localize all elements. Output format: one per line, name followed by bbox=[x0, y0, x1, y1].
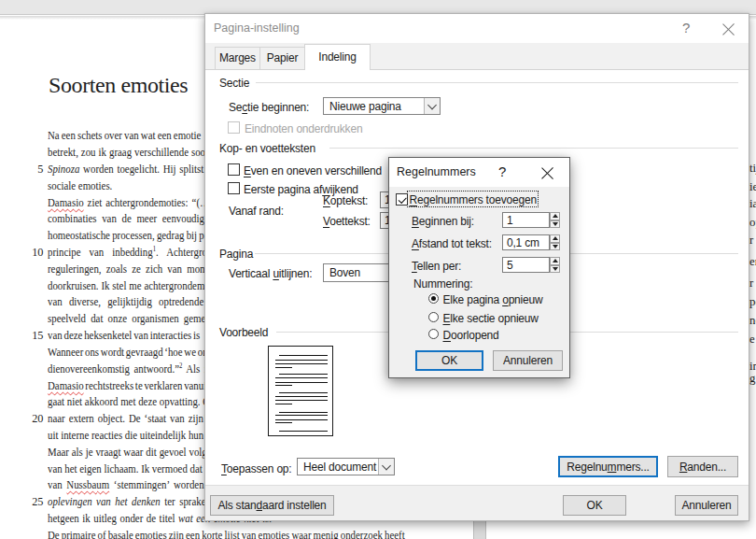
input-value: 1 bbox=[507, 214, 512, 227]
document-text-line: Na een schets over van wat een emotie bbox=[48, 128, 201, 143]
tellen-per-label: Tellen per: bbox=[412, 260, 461, 273]
spin-up-icon[interactable] bbox=[550, 257, 560, 265]
afstand-input[interactable]: 0,1 cm bbox=[502, 234, 550, 250]
preview-text-line bbox=[275, 363, 328, 364]
tellen-per-spinner[interactable] bbox=[550, 257, 560, 273]
regelnummers-toevoegen-label[interactable]: Regelnummers toevoegen bbox=[410, 193, 537, 206]
preview-text-line bbox=[275, 404, 292, 404]
line-number: 5 bbox=[19, 162, 44, 177]
toepassen-op-combobox[interactable]: Heel document bbox=[297, 458, 395, 475]
document-text-line: De primaire of basale emoties zijn een k… bbox=[48, 528, 405, 539]
elke-sectie-radio[interactable] bbox=[428, 312, 439, 322]
page-gap bbox=[473, 518, 486, 539]
preview-text-line bbox=[279, 374, 328, 375]
sectie-beginnen-combobox[interactable]: Nieuwe pagina bbox=[323, 97, 441, 115]
regelnummers-toevoegen-checkbox[interactable] bbox=[396, 193, 408, 206]
elke-pagina-radio[interactable] bbox=[428, 293, 439, 304]
preview-text-line bbox=[275, 360, 328, 361]
even-oneven-checkbox[interactable] bbox=[228, 163, 240, 176]
regelnummers-button[interactable]: Regelnummers... bbox=[558, 456, 658, 477]
tellen-per-input[interactable]: 5 bbox=[502, 257, 550, 273]
help-icon[interactable]: ? bbox=[498, 163, 506, 179]
spin-down-icon[interactable] bbox=[550, 265, 560, 274]
preview-text-line bbox=[279, 392, 328, 393]
preview-text-line bbox=[275, 422, 292, 423]
beginnen-bij-input[interactable]: 1 bbox=[502, 212, 550, 228]
toepassen-op-label: Toepassen op: bbox=[221, 462, 291, 475]
elke-sectie-label[interactable]: Elke sectie opnieuw bbox=[443, 312, 539, 325]
preview-text-line bbox=[275, 400, 328, 401]
document-text-line: homeostatische processen, gedrag bij pij… bbox=[48, 228, 215, 243]
preview-text-line bbox=[275, 415, 328, 416]
preview-page bbox=[268, 346, 333, 436]
help-icon[interactable]: ? bbox=[682, 20, 690, 35]
spin-up-icon[interactable] bbox=[550, 234, 560, 243]
line-number: 20 bbox=[19, 411, 44, 426]
spin-down-icon[interactable] bbox=[550, 220, 560, 229]
als-standaard-button[interactable]: Als standaard instellen bbox=[210, 495, 334, 516]
doorlopend-label[interactable]: Doorlopend bbox=[443, 329, 499, 342]
document-text-line: sociale emoties. bbox=[48, 178, 112, 193]
document-text-line: van het eigen lichaam. Ik vermoed dat de… bbox=[48, 461, 223, 476]
combobox-arrow-button[interactable] bbox=[378, 459, 394, 475]
eerste-pagina-checkbox[interactable] bbox=[228, 182, 240, 194]
eindnoten-checkbox bbox=[228, 121, 240, 134]
voettekst-label: Voettekst: bbox=[323, 215, 371, 228]
document-text-fragment: ne bbox=[749, 313, 756, 328]
group-label-pagina: Pagina bbox=[219, 248, 253, 261]
preview-text-line bbox=[275, 382, 328, 383]
nummering-label: Nummering: bbox=[413, 277, 472, 291]
input-value: 0,1 cm bbox=[507, 236, 539, 249]
group-label-voorbeeld: Voorbeeld bbox=[219, 326, 268, 339]
annuleren-button[interactable]: Annuleren bbox=[493, 350, 563, 371]
tab-marges[interactable]: Marges bbox=[215, 47, 260, 70]
group-line-kopvoet bbox=[329, 148, 738, 149]
annuleren-button[interactable]: Annuleren bbox=[675, 495, 738, 516]
vanaf-rand-label: Vanaf rand: bbox=[229, 205, 284, 218]
combobox-value: Nieuwe pagina bbox=[329, 100, 401, 113]
randen-button[interactable]: Randen... bbox=[667, 456, 738, 477]
spin-down-icon[interactable] bbox=[550, 243, 560, 251]
ok-button[interactable]: OK bbox=[415, 350, 483, 371]
beginnen-bij-spinner[interactable] bbox=[550, 212, 560, 228]
document-text-line: Maar als je vraagt waar dit gevoel volge… bbox=[48, 445, 220, 460]
document-text-line: doorkruisen. Ik stel me achtergrondemoti… bbox=[48, 278, 224, 293]
preview-text-line bbox=[279, 412, 328, 413]
document-text-fragment: r bbox=[749, 276, 753, 291]
line-number: 10 bbox=[19, 245, 44, 260]
preview-text-line bbox=[275, 367, 292, 368]
afstand-spinner[interactable] bbox=[550, 234, 560, 250]
doorlopend-radio[interactable] bbox=[428, 329, 439, 339]
close-icon[interactable] bbox=[722, 22, 735, 35]
document-text-fragment: ie bbox=[749, 179, 756, 194]
preview-text-line bbox=[275, 385, 292, 386]
preview-text-line bbox=[279, 431, 328, 432]
combobox-value: Boven bbox=[329, 266, 360, 279]
document-text-fragment: e bbox=[749, 332, 755, 347]
dialog-footer: Als standaard instellen OK Annuleren bbox=[205, 485, 749, 520]
document-text-line: combinaties van de meer eenvoudige bbox=[48, 211, 209, 226]
tab-papier[interactable]: Papier bbox=[259, 47, 305, 70]
close-icon[interactable] bbox=[541, 166, 553, 178]
tabstrip: Marges Papier Indeling bbox=[205, 43, 749, 70]
input-value: 5 bbox=[507, 259, 512, 272]
page-setup-titlebar[interactable]: Pagina-instelling ? bbox=[205, 14, 749, 43]
even-oneven-label[interactable]: Even en oneven verschillend bbox=[244, 164, 382, 177]
spin-up-icon[interactable] bbox=[550, 212, 560, 220]
koptekst-label: Koptekst: bbox=[323, 194, 368, 207]
tab-indeling[interactable]: Indeling bbox=[304, 44, 371, 71]
ok-button[interactable]: OK bbox=[563, 495, 626, 516]
word-application: Soorten emoties Na een schets over van w… bbox=[0, 0, 756, 539]
eindnoten-label: Eindnoten onderdrukken bbox=[245, 122, 362, 135]
beginnen-bij-label: Beginnen bij: bbox=[412, 215, 474, 228]
line-number: 15 bbox=[19, 328, 44, 343]
document-text-fragment: pe bbox=[749, 294, 756, 309]
line-numbers-titlebar[interactable]: Regelnummers ? bbox=[389, 158, 569, 187]
document-text-fragment: r bbox=[749, 233, 753, 248]
preview-text-line bbox=[275, 377, 328, 378]
elke-pagina-label[interactable]: Elke pagina opnieuw bbox=[443, 293, 543, 306]
document-text-line: Spinoza worden toegelicht. Hij splitst bbox=[48, 162, 203, 177]
combobox-arrow-button[interactable] bbox=[424, 98, 440, 114]
group-line-sectie bbox=[256, 82, 738, 83]
document-text-line: van Nussbaum ‘stemmingen’ worden bbox=[48, 477, 204, 492]
